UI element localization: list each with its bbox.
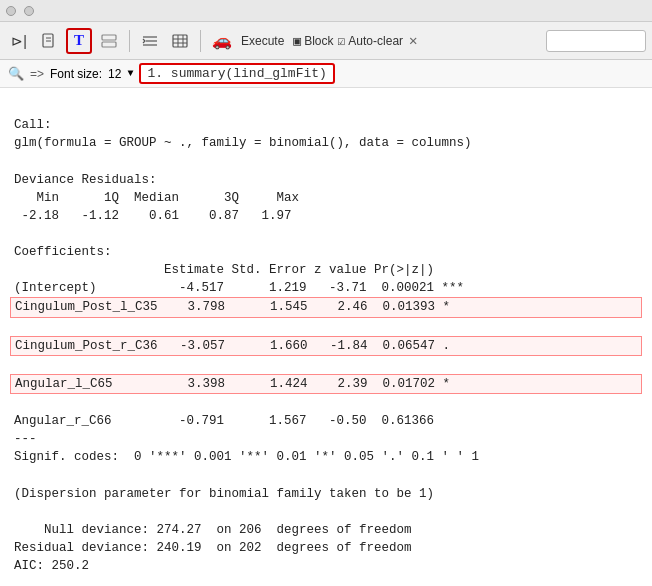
command-input[interactable]: 1. summary(lind_glmFit) xyxy=(139,63,334,84)
title-bar-btn-1[interactable] xyxy=(6,6,16,16)
output-line-5: Min 1Q Median 3Q Max xyxy=(14,191,299,205)
output-line-6: -2.18 -1.12 0.61 0.87 1.97 xyxy=(14,209,292,223)
block-icon: ▣ xyxy=(293,33,301,49)
autoclear-checkbox[interactable]: ☑ xyxy=(338,33,346,49)
table-button[interactable] xyxy=(167,28,193,54)
collapse-button[interactable]: ⊳| xyxy=(6,28,32,54)
dropdown-arrow-icon[interactable]: ▼ xyxy=(127,68,133,79)
svg-rect-3 xyxy=(102,35,116,40)
output-line-13: Angular_l_C65 3.398 1.424 2.39 0.01702 * xyxy=(10,374,642,394)
search-input[interactable] xyxy=(546,30,646,52)
title-bar xyxy=(0,0,652,22)
execute-button[interactable]: Execute xyxy=(236,28,289,54)
output-line-12: Cingulum_Post_r_C36 -3.057 1.660 -1.84 0… xyxy=(10,336,642,356)
main-toolbar: ⊳| T 🚗 Execute xyxy=(0,22,652,60)
close-button[interactable]: ✕ xyxy=(409,32,417,49)
font-size-value: 12 xyxy=(108,67,121,81)
block-label: Block xyxy=(304,34,333,48)
font-size-label: Font size: xyxy=(50,67,102,81)
output-line-2: glm(formula = GROUP ~ ., family = binomi… xyxy=(14,136,472,150)
output-line-18: (Dispersion parameter for binomial famil… xyxy=(14,487,434,501)
output-line-22: AIC: 250.2 xyxy=(14,559,89,573)
execute-icon: 🚗 xyxy=(212,31,232,51)
indent-button[interactable] xyxy=(137,28,163,54)
title-bar-btn-2[interactable] xyxy=(24,6,34,16)
search-icon: 🔍 xyxy=(8,66,24,82)
autoclear-group: ☑ Auto-clear xyxy=(338,33,404,49)
autoclear-label: Auto-clear xyxy=(348,34,403,48)
extra-button[interactable] xyxy=(96,28,122,54)
output-line-11: Cingulum_Post_l_C35 3.798 1.545 2.46 0.0… xyxy=(10,297,642,317)
output-line-20: Null deviance: 274.27 on 206 degrees of … xyxy=(14,523,412,537)
block-group: ▣ Block xyxy=(293,33,333,49)
svg-rect-8 xyxy=(173,35,187,47)
arrow-label: => xyxy=(30,67,44,81)
output-line-1: Call: xyxy=(14,118,52,132)
secondary-toolbar: 🔍 => Font size: 12 ▼ 1. summary(lind_glm… xyxy=(0,60,652,88)
output-line-16: Signif. codes: 0 '***' 0.001 '**' 0.01 '… xyxy=(14,450,479,464)
svg-rect-4 xyxy=(102,42,116,47)
text-button[interactable]: T xyxy=(66,28,92,54)
separator-2 xyxy=(200,30,201,52)
output-line-14: Angular_r_C66 -0.791 1.567 -0.50 0.61366 xyxy=(14,414,434,428)
output-line-4: Deviance Residuals: xyxy=(14,173,157,187)
output-line-15: --- xyxy=(14,432,37,446)
separator-1 xyxy=(129,30,130,52)
output-area: Call: glm(formula = GROUP ~ ., family = … xyxy=(0,88,652,586)
new-doc-button[interactable] xyxy=(36,28,62,54)
output-line-10: (Intercept) -4.517 1.219 -3.71 0.00021 *… xyxy=(14,281,464,295)
output-line-8: Coefficients: xyxy=(14,245,112,259)
output-line-21: Residual deviance: 240.19 on 202 degrees… xyxy=(14,541,412,555)
output-line-9: Estimate Std. Error z value Pr(>|z|) xyxy=(14,263,434,277)
execute-group: 🚗 Execute xyxy=(212,28,289,54)
